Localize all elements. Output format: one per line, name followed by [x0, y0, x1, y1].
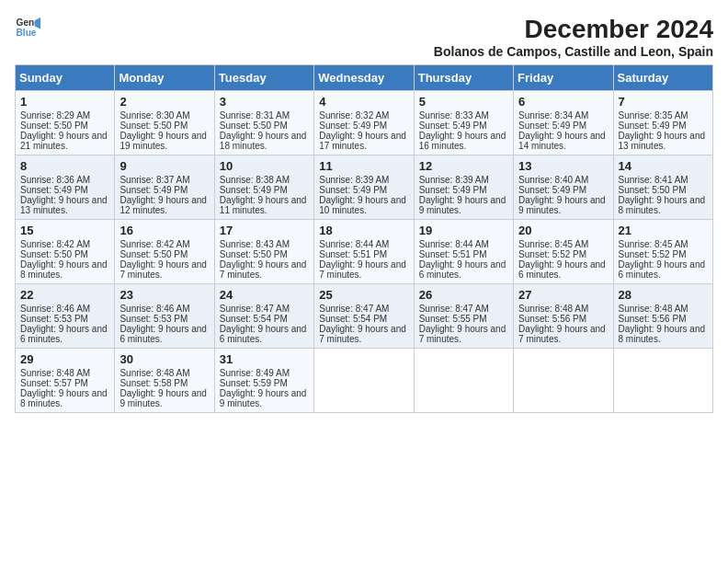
- weekday-header: Tuesday: [214, 65, 313, 91]
- sunrise-text: Sunrise: 8:47 AM: [419, 304, 508, 314]
- sunset-text: Sunset: 5:53 PM: [119, 314, 209, 324]
- sunrise-text: Sunrise: 8:30 AM: [119, 110, 209, 121]
- calendar-cell: 29Sunrise: 8:48 AMSunset: 5:57 PMDayligh…: [16, 349, 115, 413]
- daylight-text: Daylight: 9 hours and 6 minutes.: [419, 259, 508, 280]
- sunrise-text: Sunrise: 8:29 AM: [20, 110, 109, 121]
- day-number: 4: [319, 95, 408, 109]
- sunset-text: Sunset: 5:53 PM: [20, 314, 109, 324]
- daylight-text: Daylight: 9 hours and 9 minutes.: [419, 195, 508, 215]
- day-number: 21: [619, 224, 708, 237]
- calendar-cell: 21Sunrise: 8:45 AMSunset: 5:52 PMDayligh…: [613, 220, 712, 284]
- day-number: 5: [419, 95, 508, 109]
- daylight-text: Daylight: 9 hours and 11 minutes.: [220, 195, 309, 215]
- sunrise-text: Sunrise: 8:39 AM: [419, 175, 508, 185]
- day-number: 31: [220, 352, 309, 366]
- day-number: 12: [419, 159, 508, 173]
- sunrise-text: Sunrise: 8:31 AM: [220, 110, 309, 121]
- day-number: 24: [220, 288, 309, 302]
- calendar-cell: 9Sunrise: 8:37 AMSunset: 5:49 PMDaylight…: [115, 155, 214, 220]
- calendar-cell: 18Sunrise: 8:44 AMSunset: 5:51 PMDayligh…: [314, 220, 414, 284]
- calendar-cell: 17Sunrise: 8:43 AMSunset: 5:50 PMDayligh…: [214, 220, 313, 284]
- sunrise-text: Sunrise: 8:45 AM: [518, 239, 608, 249]
- day-number: 29: [20, 352, 109, 366]
- daylight-text: Daylight: 9 hours and 8 minutes.: [20, 259, 109, 280]
- calendar-cell: 7Sunrise: 8:35 AMSunset: 5:49 PMDaylight…: [613, 91, 712, 155]
- calendar-cell: 22Sunrise: 8:46 AMSunset: 5:53 PMDayligh…: [16, 284, 115, 349]
- sunset-text: Sunset: 5:51 PM: [319, 249, 408, 259]
- weekday-header: Saturday: [613, 65, 712, 91]
- calendar-cell: 30Sunrise: 8:48 AMSunset: 5:58 PMDayligh…: [115, 349, 214, 413]
- day-number: 8: [20, 159, 109, 173]
- sunset-text: Sunset: 5:50 PM: [20, 121, 109, 131]
- sunrise-text: Sunrise: 8:49 AM: [220, 368, 309, 378]
- sunrise-text: Sunrise: 8:44 AM: [319, 239, 408, 249]
- sunset-text: Sunset: 5:49 PM: [419, 185, 508, 195]
- calendar-table: SundayMondayTuesdayWednesdayThursdayFrid…: [15, 64, 713, 413]
- weekday-header: Thursday: [414, 65, 513, 91]
- sunset-text: Sunset: 5:58 PM: [119, 378, 209, 388]
- sunset-text: Sunset: 5:52 PM: [619, 249, 708, 259]
- daylight-text: Daylight: 9 hours and 6 minutes.: [119, 324, 209, 344]
- daylight-text: Daylight: 9 hours and 9 minutes.: [518, 195, 608, 215]
- sunset-text: Sunset: 5:57 PM: [20, 378, 109, 388]
- calendar-cell: 28Sunrise: 8:48 AMSunset: 5:56 PMDayligh…: [613, 284, 712, 349]
- weekday-header: Sunday: [16, 65, 115, 91]
- sunset-text: Sunset: 5:50 PM: [220, 249, 309, 259]
- sunset-text: Sunset: 5:49 PM: [518, 185, 608, 195]
- sunrise-text: Sunrise: 8:47 AM: [319, 304, 408, 314]
- day-number: 16: [119, 224, 209, 237]
- sunrise-text: Sunrise: 8:41 AM: [619, 175, 708, 185]
- calendar-cell: 26Sunrise: 8:47 AMSunset: 5:55 PMDayligh…: [414, 284, 513, 349]
- sunset-text: Sunset: 5:49 PM: [20, 185, 109, 195]
- calendar-cell: 24Sunrise: 8:47 AMSunset: 5:54 PMDayligh…: [214, 284, 313, 349]
- calendar-cell: 27Sunrise: 8:48 AMSunset: 5:56 PMDayligh…: [514, 284, 613, 349]
- daylight-text: Daylight: 9 hours and 7 minutes.: [220, 259, 309, 280]
- calendar-cell: 16Sunrise: 8:42 AMSunset: 5:50 PMDayligh…: [115, 220, 214, 284]
- calendar-cell: 2Sunrise: 8:30 AMSunset: 5:50 PMDaylight…: [115, 91, 214, 155]
- sunset-text: Sunset: 5:49 PM: [518, 121, 608, 131]
- day-number: 30: [119, 352, 209, 366]
- sunrise-text: Sunrise: 8:36 AM: [20, 175, 109, 185]
- daylight-text: Daylight: 9 hours and 7 minutes.: [319, 324, 408, 344]
- sunset-text: Sunset: 5:50 PM: [220, 121, 309, 131]
- sunrise-text: Sunrise: 8:44 AM: [419, 239, 508, 249]
- weekday-header: Wednesday: [314, 65, 414, 91]
- sunrise-text: Sunrise: 8:48 AM: [518, 304, 608, 314]
- day-number: 7: [619, 95, 708, 109]
- calendar-cell: 12Sunrise: 8:39 AMSunset: 5:49 PMDayligh…: [414, 155, 513, 220]
- sunrise-text: Sunrise: 8:46 AM: [20, 304, 109, 314]
- daylight-text: Daylight: 9 hours and 16 minutes.: [419, 131, 508, 151]
- sunset-text: Sunset: 5:50 PM: [20, 249, 109, 259]
- calendar-cell: 3Sunrise: 8:31 AMSunset: 5:50 PMDaylight…: [214, 91, 313, 155]
- sunset-text: Sunset: 5:55 PM: [419, 314, 508, 324]
- sunrise-text: Sunrise: 8:48 AM: [619, 304, 708, 314]
- daylight-text: Daylight: 9 hours and 7 minutes.: [119, 259, 209, 280]
- sunrise-text: Sunrise: 8:48 AM: [119, 368, 209, 378]
- sunrise-text: Sunrise: 8:34 AM: [518, 110, 608, 121]
- calendar-header-row: SundayMondayTuesdayWednesdayThursdayFrid…: [16, 65, 713, 91]
- sunset-text: Sunset: 5:50 PM: [119, 121, 209, 131]
- calendar-cell: 10Sunrise: 8:38 AMSunset: 5:49 PMDayligh…: [214, 155, 313, 220]
- calendar-cell: 8Sunrise: 8:36 AMSunset: 5:49 PMDaylight…: [16, 155, 115, 220]
- daylight-text: Daylight: 9 hours and 6 minutes.: [20, 324, 109, 344]
- day-number: 17: [220, 224, 309, 237]
- sunrise-text: Sunrise: 8:40 AM: [518, 175, 608, 185]
- daylight-text: Daylight: 9 hours and 7 minutes.: [319, 259, 408, 280]
- day-number: 10: [220, 159, 309, 173]
- day-number: 27: [518, 288, 608, 302]
- day-number: 14: [619, 159, 708, 173]
- calendar-cell: 19Sunrise: 8:44 AMSunset: 5:51 PMDayligh…: [414, 220, 513, 284]
- month-title: December 2024: [434, 15, 713, 44]
- day-number: 23: [119, 288, 209, 302]
- sunset-text: Sunset: 5:49 PM: [419, 121, 508, 131]
- sunrise-text: Sunrise: 8:35 AM: [619, 110, 708, 121]
- calendar-cell: [613, 349, 712, 413]
- svg-text:Blue: Blue: [17, 28, 37, 38]
- daylight-text: Daylight: 9 hours and 8 minutes.: [619, 324, 708, 344]
- daylight-text: Daylight: 9 hours and 8 minutes.: [619, 195, 708, 215]
- sunset-text: Sunset: 5:56 PM: [619, 314, 708, 324]
- calendar-body: 1Sunrise: 8:29 AMSunset: 5:50 PMDaylight…: [16, 91, 713, 413]
- sunrise-text: Sunrise: 8:47 AM: [220, 304, 309, 314]
- sunrise-text: Sunrise: 8:32 AM: [319, 110, 408, 121]
- daylight-text: Daylight: 9 hours and 6 minutes.: [220, 324, 309, 344]
